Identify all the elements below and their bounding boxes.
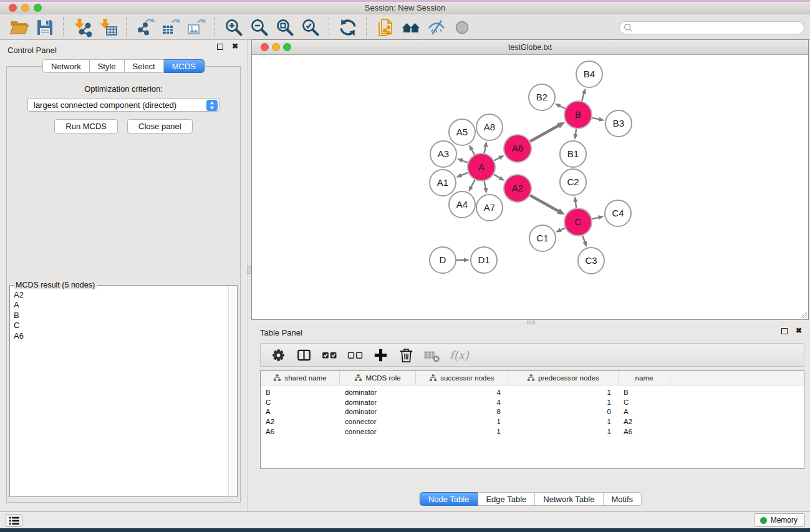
column-header-predecessor-nodes[interactable]: predecessor nodes — [508, 371, 619, 385]
graph-edge-B-B3[interactable] — [592, 118, 600, 120]
graph-node-C1[interactable]: C1 — [529, 225, 556, 251]
table-row[interactable]: A6connector11A6 — [261, 427, 804, 437]
export-network-button[interactable] — [132, 16, 158, 39]
close-panel-button[interactable]: Close panel — [127, 119, 193, 133]
tab-edge-table[interactable]: Edge Table — [478, 492, 535, 506]
graph-node-A7[interactable]: A7 — [476, 195, 503, 221]
zoom-in-button[interactable] — [221, 16, 246, 39]
run-mcds-button[interactable]: Run MCDS — [54, 119, 118, 133]
graph-node-D1[interactable]: D1 — [471, 247, 497, 273]
graph-node-A5[interactable]: A5 — [449, 119, 475, 145]
graph-node-A4[interactable]: A4 — [449, 191, 475, 218]
create-column-button[interactable] — [369, 344, 392, 365]
export-table-icon — [161, 17, 181, 37]
graph-node-A3[interactable]: A3 — [430, 141, 456, 167]
show-column-button[interactable] — [292, 344, 316, 365]
delete-columns-button[interactable] — [395, 344, 418, 365]
graph-node-A2[interactable]: A2 — [504, 175, 531, 202]
tab-style[interactable]: Style — [90, 59, 125, 73]
network-maximize-button[interactable] — [283, 43, 291, 51]
result-scrollbar[interactable] — [228, 286, 236, 496]
refresh-view-button[interactable] — [335, 16, 360, 39]
mcds-result-item[interactable]: B — [10, 311, 227, 321]
select-all-columns-button[interactable] — [318, 344, 341, 365]
graph-node-B[interactable]: B — [564, 101, 592, 128]
maximize-window-button[interactable] — [34, 4, 42, 12]
open-session-button[interactable] — [6, 16, 32, 39]
zoom-fit-button[interactable] — [272, 16, 297, 39]
graph-node-C2[interactable]: C2 — [560, 169, 586, 195]
table-row[interactable]: Bdominator41B — [261, 387, 804, 397]
mcds-result-item[interactable]: A — [10, 300, 227, 310]
optimization-criterion-select[interactable]: largest connected component (directed) — [27, 98, 219, 112]
arrange-windows-button[interactable] — [398, 16, 423, 39]
graph-node-A[interactable]: A — [468, 153, 495, 181]
toggle-graphics-details-button[interactable] — [423, 16, 449, 39]
mcds-result-item[interactable]: A2 — [10, 290, 227, 300]
resize-handle-icon[interactable] — [799, 310, 808, 319]
column-header-name[interactable]: name — [619, 371, 670, 385]
control-panel-float-button[interactable] — [217, 44, 223, 50]
graph-node-C4[interactable]: C4 — [605, 200, 631, 226]
graph-node-A1[interactable]: A1 — [430, 170, 456, 196]
control-panel-close-button[interactable]: ✖ — [232, 42, 238, 51]
graph-node-C[interactable]: C — [564, 208, 592, 236]
search-box[interactable] — [619, 21, 804, 34]
graph-node-A6[interactable]: A6 — [504, 135, 531, 162]
network-close-button[interactable] — [261, 43, 269, 51]
network-canvas[interactable]: B4B2BB3A5A8A6A3AB1A1A2C2A4A7C4CC1DD1C3 — [252, 55, 808, 319]
zoom-selected-button[interactable] — [297, 16, 323, 39]
table-options-button[interactable] — [267, 344, 290, 365]
vertical-splitter-grip[interactable] — [247, 266, 251, 274]
network-document-button[interactable] — [372, 16, 398, 39]
memory-button[interactable]: Memory — [754, 513, 805, 527]
import-table-button[interactable] — [95, 16, 120, 39]
table-row[interactable]: Adominator80A — [261, 407, 804, 417]
graph-edge-A-A1[interactable] — [460, 173, 468, 176]
graph-node-D[interactable]: D — [430, 247, 456, 273]
tab-mcds[interactable]: MCDS — [164, 59, 205, 73]
graph-edge-B-B4[interactable] — [582, 92, 584, 101]
tab-motifs[interactable]: Motifs — [603, 492, 642, 506]
table-row[interactable]: A2connector11A2 — [261, 417, 804, 427]
graph-node-A8[interactable]: A8 — [476, 114, 503, 140]
task-history-button[interactable] — [6, 514, 22, 527]
graph-node-B3[interactable]: B3 — [605, 110, 632, 137]
table-panel-float-button[interactable] — [781, 328, 788, 334]
tab-network-table[interactable]: Network Table — [535, 492, 603, 506]
graph-node-B4[interactable]: B4 — [576, 61, 602, 87]
mcds-result-item[interactable]: C — [10, 321, 227, 331]
graph-node-B2[interactable]: B2 — [529, 84, 555, 110]
graph-node-B1[interactable]: B1 — [560, 141, 586, 167]
column-header-shared-name[interactable]: shared name — [261, 371, 340, 385]
edge-arrowhead-icon — [599, 117, 605, 122]
tab-select[interactable]: Select — [125, 59, 164, 73]
network-window-titlebar[interactable]: testGlobe.txt — [252, 40, 808, 55]
graph-node-C3[interactable]: C3 — [578, 248, 604, 274]
column-header-successor-nodes[interactable]: successor nodes — [416, 371, 508, 385]
network-minimize-button[interactable] — [272, 43, 280, 51]
node-label: A8 — [484, 122, 495, 132]
graph-edge-A6-B[interactable] — [530, 125, 559, 142]
graph-edge-A2-C[interactable] — [530, 195, 559, 211]
show-view-button[interactable] — [449, 16, 475, 39]
search-input[interactable] — [634, 24, 804, 32]
close-window-button[interactable] — [9, 4, 17, 12]
table-panel-close-button[interactable]: ✖ — [796, 326, 802, 335]
graph-edge-A-A4[interactable] — [471, 180, 475, 188]
minimize-window-button[interactable] — [21, 4, 29, 12]
column-header-MCDS-role[interactable]: MCDS role — [340, 371, 416, 385]
export-image-button[interactable] — [183, 16, 209, 39]
zoom-out-button[interactable] — [246, 16, 272, 39]
export-table-button[interactable] — [158, 16, 183, 39]
import-network-button[interactable] — [69, 16, 95, 39]
mcds-result-item[interactable]: A6 — [10, 331, 227, 341]
tab-node-table[interactable]: Node Table — [420, 492, 478, 506]
save-session-button[interactable] — [32, 16, 57, 39]
delete-table-button[interactable] — [420, 344, 443, 365]
unselect-all-columns-button[interactable] — [344, 344, 367, 365]
tab-network[interactable]: Network — [42, 59, 90, 73]
table-row[interactable]: Cdominator41C — [261, 397, 804, 407]
edge-arrowhead-icon — [483, 142, 488, 148]
hierarchy-icon — [273, 374, 281, 382]
